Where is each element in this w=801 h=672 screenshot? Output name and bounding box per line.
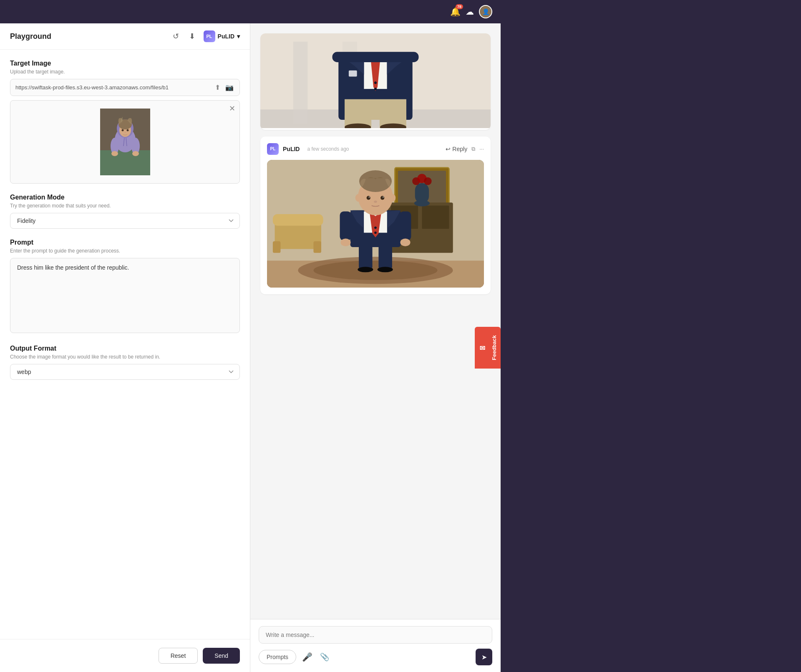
attachment-button[interactable]: 📎 — [318, 651, 331, 663]
header-actions: ↺ ⬇ PL PuLID ▾ — [171, 30, 240, 43]
feedback-label: Feedback — [491, 335, 497, 360]
message-time: a few seconds ago — [307, 146, 349, 152]
svg-point-72 — [380, 196, 384, 200]
pulid-avatar: PL — [267, 143, 279, 155]
preview-image — [100, 109, 150, 175]
chat-area: PL PuLID a few seconds ago ↩ Reply ⧉ — [250, 23, 501, 619]
svg-point-75 — [374, 200, 377, 203]
svg-point-74 — [383, 196, 384, 198]
prompt-subtitle: Enter the prompt to guide the generation… — [10, 248, 240, 254]
close-preview-button[interactable]: ✕ — [229, 105, 235, 112]
panel-header: Playground ↺ ⬇ PL PuLID ▾ — [0, 23, 250, 50]
send-icon: ➤ — [481, 653, 487, 661]
microphone-button[interactable]: 🎤 — [300, 650, 314, 664]
top-bar: 🔔 78 ☁ 👤 — [0, 0, 501, 23]
more-button[interactable]: ··· — [479, 146, 484, 152]
feedback-button[interactable]: Feedback ✉ — [475, 327, 501, 369]
svg-point-63 — [374, 231, 377, 234]
page-title: Playground — [10, 32, 51, 41]
url-input-row: ⬆ 📷 — [10, 79, 240, 96]
copy-button[interactable]: ⧉ — [471, 146, 475, 152]
prompt-title: Prompt — [10, 239, 240, 246]
main-container: Playground ↺ ⬇ PL PuLID ▾ Target Image U… — [0, 23, 501, 672]
sender-group: PL PuLID a few seconds ago — [267, 143, 349, 155]
url-input[interactable] — [15, 84, 211, 91]
right-panel: PL PuLID a few seconds ago ↩ Reply ⧉ — [250, 23, 501, 672]
svg-point-54 — [358, 267, 373, 272]
reply-button[interactable]: ↩ Reply — [446, 146, 467, 152]
feedback-envelope-icon: ✉ — [478, 344, 486, 352]
notification-bell[interactable]: 🔔 78 — [450, 7, 461, 17]
generation-mode-title: Generation Mode — [10, 194, 240, 201]
sender-name: PuLID — [283, 146, 300, 152]
generated-image-container — [267, 160, 484, 288]
send-chat-button[interactable]: ➤ — [476, 649, 492, 665]
svg-rect-17 — [293, 42, 307, 124]
output-format-title: Output Format — [10, 345, 240, 352]
target-image-title: Target Image — [10, 60, 240, 67]
svg-rect-1 — [100, 150, 150, 175]
dropdown-arrow: ▾ — [237, 33, 240, 40]
upload-button[interactable]: ⬆ — [214, 83, 221, 92]
svg-point-76 — [355, 194, 362, 202]
svg-point-13 — [111, 151, 118, 156]
prompt-textarea[interactable]: Dress him like the president of the repu… — [10, 258, 240, 333]
prompt-section: Prompt Enter the prompt to guide the gen… — [10, 239, 240, 335]
generation-mode-select[interactable]: Fidelity Quality Speed — [10, 213, 240, 229]
svg-point-55 — [378, 267, 393, 272]
target-image-subtitle: Upload the target image. — [10, 69, 240, 75]
svg-point-6 — [121, 129, 123, 131]
cloud-icon[interactable]: ☁ — [466, 7, 474, 17]
send-button[interactable]: Send — [203, 648, 240, 664]
svg-rect-46 — [273, 214, 323, 226]
reply-icon: ↩ — [446, 146, 451, 152]
reply-label: Reply — [452, 146, 467, 152]
feedback-tab-container: Feedback ✉ — [475, 327, 501, 369]
chat-image-1 — [260, 33, 491, 128]
svg-rect-30 — [349, 71, 357, 77]
svg-point-71 — [367, 196, 370, 200]
svg-point-14 — [132, 151, 139, 156]
prompts-button[interactable]: Prompts — [259, 650, 296, 664]
svg-point-51 — [313, 260, 437, 280]
message-1 — [260, 33, 491, 130]
svg-rect-65 — [400, 211, 411, 240]
download-button[interactable]: ⬇ — [187, 30, 197, 43]
camera-button[interactable]: 📷 — [224, 83, 234, 92]
image-preview-box: ✕ — [10, 100, 240, 184]
generation-mode-section: Generation Mode Try the generation mode … — [10, 194, 240, 229]
chat-actions-row: Prompts 🎤 📎 ➤ — [259, 649, 492, 665]
message-2-header: PL PuLID a few seconds ago ↩ Reply ⧉ — [267, 143, 484, 155]
svg-point-8 — [124, 132, 126, 133]
message-input-row — [259, 626, 492, 644]
output-format-section: Output Format Choose the image format yo… — [10, 345, 240, 380]
svg-rect-48 — [313, 241, 321, 253]
svg-rect-64 — [340, 211, 352, 240]
left-panel: Playground ↺ ⬇ PL PuLID ▾ Target Image U… — [0, 23, 250, 672]
chat-image-2 — [267, 160, 484, 288]
message-input[interactable] — [266, 632, 485, 638]
output-format-select[interactable]: webp png jpg — [10, 364, 240, 380]
output-format-subtitle: Choose the image format you would like t… — [10, 354, 240, 360]
refresh-button[interactable]: ↺ — [171, 30, 181, 43]
svg-rect-41 — [415, 183, 429, 203]
generation-mode-subtitle: Try the generation mode that suits your … — [10, 203, 240, 209]
svg-rect-39 — [422, 205, 449, 229]
chat-input-area: Prompts 🎤 📎 ➤ — [250, 619, 501, 672]
pulid-icon: PL — [204, 30, 215, 42]
svg-point-7 — [126, 129, 128, 131]
left-content: Target Image Upload the target image. ⬆ … — [0, 50, 250, 639]
user-avatar[interactable]: 👤 — [479, 5, 492, 18]
model-dropdown[interactable]: PL PuLID ▾ — [204, 30, 240, 42]
notification-count: 78 — [456, 4, 463, 9]
reset-button[interactable]: Reset — [159, 648, 198, 664]
more-icon: ··· — [479, 146, 484, 152]
model-name: PuLID — [218, 33, 234, 40]
message-2: PL PuLID a few seconds ago ↩ Reply ⧉ — [260, 136, 491, 294]
svg-point-66 — [340, 238, 350, 246]
avatar-image: 👤 — [482, 8, 489, 15]
target-image-section: Target Image Upload the target image. ⬆ … — [10, 60, 240, 184]
message-actions: ↩ Reply ⧉ ··· — [446, 146, 484, 152]
bottom-actions: Reset Send — [0, 639, 250, 672]
svg-point-32 — [374, 88, 377, 90]
